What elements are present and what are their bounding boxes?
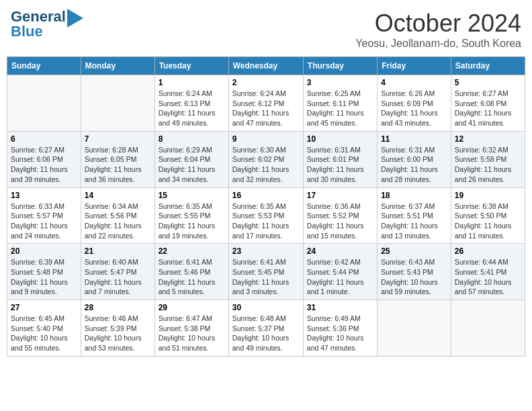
calendar-cell: 22Sunrise: 6:41 AM Sunset: 5:46 PM Dayli… [154,244,228,300]
calendar-cell: 18Sunrise: 6:37 AM Sunset: 5:51 PM Dayli… [378,187,451,244]
day-number: 27 [11,303,77,312]
calendar-cell: 7Sunrise: 6:28 AM Sunset: 6:05 PM Daylig… [81,131,154,187]
day-info: Sunrise: 6:24 AM Sunset: 6:13 PM Dayligh… [159,89,225,128]
calendar-cell: 29Sunrise: 6:47 AM Sunset: 5:38 PM Dayli… [154,300,228,357]
calendar-week-row: 27Sunrise: 6:45 AM Sunset: 5:40 PM Dayli… [7,300,525,357]
day-info: Sunrise: 6:27 AM Sunset: 6:06 PM Dayligh… [11,145,77,185]
day-info: Sunrise: 6:34 AM Sunset: 5:56 PM Dayligh… [85,201,151,241]
calendar-cell: 17Sunrise: 6:36 AM Sunset: 5:52 PM Dayli… [303,187,377,244]
day-number: 23 [232,246,300,256]
calendar-cell: 8Sunrise: 6:29 AM Sunset: 6:04 PM Daylig… [154,131,228,187]
day-number: 2 [232,78,300,87]
calendar-cell: 6Sunrise: 6:27 AM Sunset: 6:06 PM Daylig… [7,131,81,187]
location: Yeosu, Jeollanam-do, South Korea [355,38,521,50]
calendar-cell: 27Sunrise: 6:45 AM Sunset: 5:40 PM Dayli… [7,300,81,357]
logo: GeneralBlue [11,9,83,39]
day-info: Sunrise: 6:41 AM Sunset: 5:45 PM Dayligh… [232,257,300,297]
day-info: Sunrise: 6:42 AM Sunset: 5:44 PM Dayligh… [307,257,373,297]
calendar-cell: 12Sunrise: 6:32 AM Sunset: 5:58 PM Dayli… [451,131,525,187]
calendar-table: SundayMondayTuesdayWednesdayThursdayFrid… [7,56,525,357]
weekday-header-friday: Friday [378,57,451,75]
day-number: 22 [159,246,225,256]
day-info: Sunrise: 6:31 AM Sunset: 6:00 PM Dayligh… [381,145,447,185]
day-number: 26 [455,246,521,256]
calendar-week-row: 13Sunrise: 6:33 AM Sunset: 5:57 PM Dayli… [7,187,525,244]
calendar-cell: 25Sunrise: 6:43 AM Sunset: 5:43 PM Dayli… [378,244,451,300]
calendar-cell [7,75,81,132]
weekday-header-monday: Monday [81,57,154,75]
calendar-cell: 10Sunrise: 6:31 AM Sunset: 6:01 PM Dayli… [303,131,377,187]
calendar-cell: 13Sunrise: 6:33 AM Sunset: 5:57 PM Dayli… [7,187,81,244]
calendar-cell: 3Sunrise: 6:25 AM Sunset: 6:11 PM Daylig… [303,75,377,132]
calendar-cell: 23Sunrise: 6:41 AM Sunset: 5:45 PM Dayli… [228,244,303,300]
day-info: Sunrise: 6:44 AM Sunset: 5:41 PM Dayligh… [455,257,521,297]
calendar-cell [81,75,154,132]
logo-arrow-icon [67,9,83,28]
day-number: 13 [11,191,77,200]
calendar-cell: 31Sunrise: 6:49 AM Sunset: 5:36 PM Dayli… [303,300,377,357]
day-info: Sunrise: 6:28 AM Sunset: 6:05 PM Dayligh… [85,145,151,185]
day-info: Sunrise: 6:30 AM Sunset: 6:02 PM Dayligh… [232,145,300,185]
day-number: 11 [381,134,447,144]
day-number: 31 [307,303,373,312]
calendar-cell: 16Sunrise: 6:35 AM Sunset: 5:53 PM Dayli… [228,187,303,244]
calendar-cell: 9Sunrise: 6:30 AM Sunset: 6:02 PM Daylig… [228,131,303,187]
day-info: Sunrise: 6:48 AM Sunset: 5:37 PM Dayligh… [232,314,300,353]
day-number: 16 [232,191,300,200]
calendar-cell: 1Sunrise: 6:24 AM Sunset: 6:13 PM Daylig… [154,75,228,132]
calendar-cell: 19Sunrise: 6:38 AM Sunset: 5:50 PM Dayli… [451,187,525,244]
weekday-header-saturday: Saturday [451,57,525,75]
calendar-week-row: 6Sunrise: 6:27 AM Sunset: 6:06 PM Daylig… [7,131,525,187]
calendar-cell: 4Sunrise: 6:26 AM Sunset: 6:09 PM Daylig… [378,75,451,132]
day-number: 6 [11,134,77,144]
day-info: Sunrise: 6:29 AM Sunset: 6:04 PM Dayligh… [159,145,225,185]
day-number: 10 [307,134,373,144]
day-number: 8 [159,134,225,144]
day-number: 20 [11,246,77,256]
day-number: 18 [381,191,447,200]
day-info: Sunrise: 6:26 AM Sunset: 6:09 PM Dayligh… [381,89,447,128]
day-number: 9 [232,134,300,144]
day-number: 29 [159,303,225,312]
calendar-cell: 30Sunrise: 6:48 AM Sunset: 5:37 PM Dayli… [228,300,303,357]
calendar-cell: 24Sunrise: 6:42 AM Sunset: 5:44 PM Dayli… [303,244,377,300]
day-info: Sunrise: 6:24 AM Sunset: 6:12 PM Dayligh… [232,89,300,128]
day-info: Sunrise: 6:37 AM Sunset: 5:51 PM Dayligh… [381,201,447,241]
calendar-cell: 11Sunrise: 6:31 AM Sunset: 6:00 PM Dayli… [378,131,451,187]
day-info: Sunrise: 6:36 AM Sunset: 5:52 PM Dayligh… [307,201,373,241]
day-info: Sunrise: 6:31 AM Sunset: 6:01 PM Dayligh… [307,145,373,185]
day-info: Sunrise: 6:38 AM Sunset: 5:50 PM Dayligh… [455,201,521,241]
day-number: 24 [307,246,373,256]
day-info: Sunrise: 6:40 AM Sunset: 5:47 PM Dayligh… [85,257,151,297]
calendar-cell: 5Sunrise: 6:27 AM Sunset: 6:08 PM Daylig… [451,75,525,132]
calendar-header-row: SundayMondayTuesdayWednesdayThursdayFrid… [7,57,525,75]
day-info: Sunrise: 6:27 AM Sunset: 6:08 PM Dayligh… [455,89,521,128]
calendar-cell: 15Sunrise: 6:35 AM Sunset: 5:55 PM Dayli… [154,187,228,244]
day-number: 5 [455,78,521,87]
svg-marker-0 [67,9,83,28]
day-number: 7 [85,134,151,144]
month-title: October 2024 [355,9,521,38]
day-info: Sunrise: 6:25 AM Sunset: 6:11 PM Dayligh… [307,89,373,128]
day-number: 12 [455,134,521,144]
day-number: 21 [85,246,151,256]
weekday-header-tuesday: Tuesday [154,57,228,75]
day-number: 17 [307,191,373,200]
calendar-cell: 2Sunrise: 6:24 AM Sunset: 6:12 PM Daylig… [228,75,303,132]
logo-text: GeneralBlue [11,9,66,39]
weekday-header-thursday: Thursday [303,57,377,75]
calendar-cell [451,300,525,357]
day-info: Sunrise: 6:39 AM Sunset: 5:48 PM Dayligh… [11,257,77,297]
day-info: Sunrise: 6:46 AM Sunset: 5:39 PM Dayligh… [85,314,151,353]
calendar-cell: 28Sunrise: 6:46 AM Sunset: 5:39 PM Dayli… [81,300,154,357]
day-number: 14 [85,191,151,200]
day-info: Sunrise: 6:49 AM Sunset: 5:36 PM Dayligh… [307,314,373,353]
day-number: 1 [159,78,225,87]
day-number: 3 [307,78,373,87]
day-number: 15 [159,191,225,200]
calendar-cell [378,300,451,357]
day-info: Sunrise: 6:45 AM Sunset: 5:40 PM Dayligh… [11,314,77,353]
day-number: 19 [455,191,521,200]
day-info: Sunrise: 6:43 AM Sunset: 5:43 PM Dayligh… [381,257,447,297]
calendar-week-row: 1Sunrise: 6:24 AM Sunset: 6:13 PM Daylig… [7,75,525,132]
